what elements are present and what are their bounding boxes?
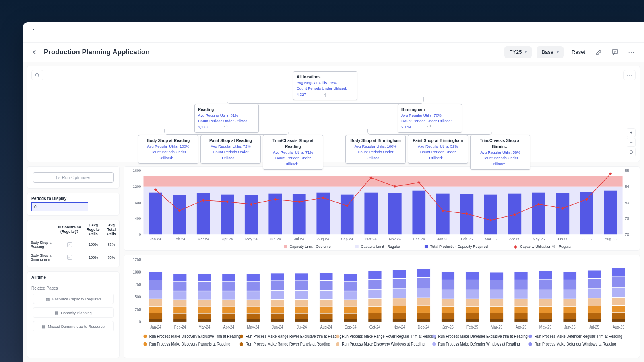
- svg-text:May-24: May-24: [245, 237, 257, 241]
- svg-rect-226: [612, 268, 625, 277]
- svg-rect-89: [149, 306, 162, 313]
- related-page-link[interactable]: ▦Capacity Planning: [33, 307, 114, 318]
- hierarchy-node[interactable]: Body Shop at Reading Avg Regular Utilis:…: [138, 135, 198, 164]
- svg-point-265: [528, 342, 532, 346]
- svg-text:Run Process Make Defender Wind: Run Process Make Defender Windows at Rea…: [438, 341, 520, 346]
- svg-text:Run Process Make Range Rover P: Run Process Make Range Rover Panels at R…: [246, 341, 330, 346]
- svg-rect-207: [563, 313, 576, 319]
- periods-panel: Periods to Display: [27, 193, 120, 216]
- svg-text:Aug-25: Aug-25: [613, 325, 625, 330]
- hierarchy-panel: ⋯ + − ⊙ All locations Avg Regular Utilis…: [27, 66, 640, 162]
- hierarchy-node[interactable]: Trim/Chassis Shop at Birmin… Avg Regular…: [470, 135, 530, 170]
- svg-rect-216: [587, 298, 601, 306]
- comment-icon[interactable]: [609, 47, 621, 58]
- svg-rect-169: [417, 277, 430, 288]
- run-optimiser-button[interactable]: ▷ Run Optimiser: [33, 172, 114, 183]
- svg-rect-174: [441, 299, 454, 306]
- hierarchy-node[interactable]: Trim/Chassis Shop at Reading Avg Regular…: [263, 135, 323, 170]
- svg-rect-123: [271, 313, 284, 319]
- svg-rect-22: [364, 193, 378, 234]
- summary-table-panel: Is Constraine (Regular)?↓ Avg Regular Ut…: [27, 220, 120, 267]
- svg-text:Dec-24: Dec-24: [413, 237, 425, 241]
- svg-text:Run Process Make Range Rover R: Run Process Make Range Rover Regular Tri…: [342, 334, 436, 339]
- svg-rect-121: [246, 274, 260, 282]
- svg-text:Apr-24: Apr-24: [222, 237, 233, 241]
- svg-rect-214: [587, 313, 601, 319]
- run-panel: ▷ Run Optimiser: [27, 166, 120, 189]
- svg-rect-202: [539, 299, 552, 306]
- svg-rect-14: [173, 195, 186, 235]
- scenario-value: Base: [541, 49, 553, 55]
- svg-rect-178: [466, 319, 479, 322]
- svg-rect-109: [222, 313, 235, 319]
- svg-text:Nov-24: Nov-24: [389, 237, 401, 241]
- svg-text:Run Process Make Defender Wind: Run Process Make Defender Windows at Rea…: [535, 341, 616, 346]
- svg-rect-182: [466, 290, 479, 299]
- svg-rect-196: [514, 290, 528, 299]
- svg-rect-96: [173, 307, 187, 313]
- node-title: Birmingham: [401, 107, 458, 113]
- svg-rect-113: [222, 282, 235, 291]
- hierarchy-node[interactable]: Body Shop at Birmingham Avg Regular Util…: [345, 135, 406, 164]
- svg-rect-205: [539, 271, 552, 280]
- zoom-out-button[interactable]: −: [627, 138, 636, 147]
- page-header: Production Planning Application FY25 ▾ B…: [23, 42, 644, 62]
- svg-point-257: [143, 342, 147, 346]
- related-page-link[interactable]: ▦Resource Capacity Required: [33, 294, 114, 304]
- related-page-link[interactable]: ▦Missed Demand due to Resource: [33, 321, 114, 331]
- fiscal-year-dropdown[interactable]: FY25 ▾: [504, 46, 532, 58]
- svg-rect-163: [392, 270, 406, 278]
- svg-text:1250: 1250: [133, 257, 141, 262]
- svg-rect-27: [484, 195, 497, 235]
- svg-rect-129: [295, 319, 308, 322]
- svg-rect-175: [441, 290, 454, 299]
- hierarchy-node[interactable]: Paint Shop at Birmingham Avg Regular Uti…: [408, 135, 468, 164]
- process-chart: 025050075010001250Jan-24Feb-24Mar-24Apr-…: [124, 255, 640, 358]
- svg-text:Jun-25: Jun-25: [564, 325, 576, 330]
- svg-rect-77: [425, 245, 428, 248]
- svg-text:Mar-24: Mar-24: [198, 325, 210, 330]
- svg-rect-30: [556, 193, 569, 234]
- zoom-reset-button[interactable]: ⊙: [627, 148, 636, 156]
- hierarchy-node[interactable]: Paint Shop at Reading Avg Regular Utilis…: [200, 135, 261, 164]
- svg-text:Aug-25: Aug-25: [605, 237, 616, 241]
- svg-rect-147: [344, 291, 357, 300]
- svg-rect-98: [173, 291, 187, 300]
- svg-rect-217: [587, 289, 601, 298]
- svg-rect-197: [514, 280, 528, 290]
- panel-more-icon[interactable]: ⋯: [623, 70, 636, 80]
- svg-rect-2: [143, 187, 622, 234]
- svg-rect-145: [344, 307, 357, 313]
- svg-rect-209: [563, 299, 576, 306]
- svg-text:Mar-24: Mar-24: [198, 237, 209, 241]
- svg-rect-112: [222, 291, 235, 300]
- svg-text:1000: 1000: [133, 269, 141, 274]
- svg-point-249: [240, 335, 243, 339]
- brand-logo-icon: [30, 29, 37, 35]
- periods-input[interactable]: [31, 202, 88, 211]
- svg-rect-140: [320, 290, 333, 299]
- zoom-in-button[interactable]: +: [627, 128, 636, 137]
- svg-rect-198: [514, 272, 528, 280]
- back-button[interactable]: [30, 48, 39, 57]
- edit-icon[interactable]: [593, 47, 605, 58]
- svg-rect-185: [490, 319, 503, 322]
- svg-text:Jul-25: Jul-25: [582, 237, 592, 241]
- svg-rect-93: [149, 272, 162, 280]
- svg-rect-208: [563, 306, 576, 313]
- svg-rect-132: [295, 300, 308, 307]
- svg-rect-181: [466, 299, 479, 306]
- svg-rect-160: [392, 298, 406, 306]
- search-icon[interactable]: [31, 70, 43, 80]
- svg-text:Mar-25: Mar-25: [485, 237, 497, 241]
- svg-rect-131: [295, 307, 308, 313]
- svg-rect-165: [417, 313, 430, 319]
- more-icon[interactable]: ⋯: [625, 47, 637, 58]
- svg-rect-222: [612, 306, 625, 313]
- reset-button[interactable]: Reset: [568, 47, 588, 57]
- scenario-dropdown[interactable]: Base ▾: [537, 46, 564, 58]
- svg-rect-127: [271, 281, 284, 290]
- svg-text:Jun-24: Jun-24: [272, 325, 283, 330]
- svg-rect-156: [368, 271, 382, 280]
- svg-rect-177: [441, 272, 454, 280]
